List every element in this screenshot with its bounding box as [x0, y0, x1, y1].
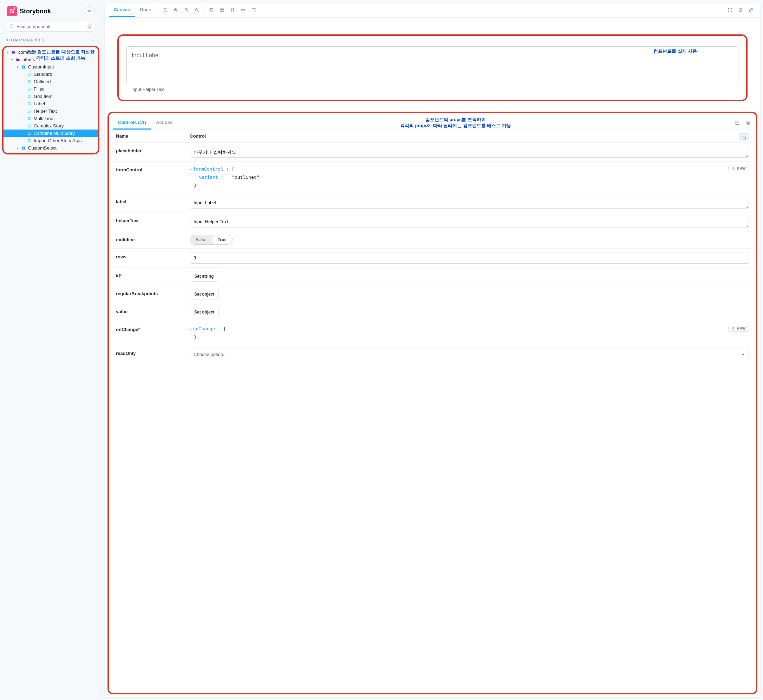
- tree-story-filled[interactable]: Filled: [3, 85, 98, 93]
- label-input[interactable]: Input Label: [190, 197, 749, 209]
- raw-toggle-button[interactable]: RAW: [728, 325, 749, 332]
- svg-rect-24: [222, 11, 224, 12]
- sidebar: S Storybook ••• / COMPONENTS ⌃⌄ 해당 컴포넌트를…: [0, 0, 102, 700]
- zoom-reset-icon[interactable]: [192, 5, 202, 15]
- onchange-object-editor[interactable]: ▾onChange : { }: [190, 325, 226, 341]
- measure-icon[interactable]: [238, 5, 248, 15]
- raw-toggle-button[interactable]: RAW: [728, 165, 749, 172]
- control-row-onchange: onChange* ▾onChange : { } RAW: [110, 321, 755, 345]
- outline-icon[interactable]: [249, 5, 259, 15]
- tree-story-importotherstoryargs[interactable]: Import Other Story Args: [3, 137, 98, 144]
- zoom-in-icon[interactable]: [171, 5, 181, 15]
- header-control: Control: [190, 133, 749, 139]
- canvas-annotation-box: 컴포넌트를 실제 사용 Input Label Input Helper Tex…: [118, 34, 747, 101]
- set-object-button[interactable]: Set object: [190, 289, 219, 300]
- eye-icon: [732, 167, 735, 170]
- tab-controls[interactable]: Controls (11): [113, 116, 151, 130]
- svg-point-38: [733, 328, 734, 329]
- placeholder-input[interactable]: 아무거나 입력하세요: [190, 146, 749, 158]
- control-row-placeholder: placeholder 아무거나 입력하세요: [110, 142, 755, 161]
- tab-actions[interactable]: Actions: [151, 116, 178, 130]
- svg-line-1: [13, 27, 14, 28]
- formcontrol-object-editor[interactable]: ▾formControl : { variant : "outlined" }: [190, 165, 259, 189]
- story-icon: [27, 94, 31, 99]
- canvas-annotation: 컴포넌트를 실제 사용: [653, 48, 697, 55]
- control-row-label: label Input Label: [110, 194, 755, 212]
- expand-collapse-icon[interactable]: ⌃⌄: [89, 38, 94, 42]
- tab-canvas[interactable]: Canvas: [109, 3, 135, 17]
- tab-docs[interactable]: Docs: [135, 3, 156, 17]
- copy-link-icon[interactable]: [746, 5, 756, 15]
- tree-story-helpertext[interactable]: Helper Text: [3, 108, 98, 115]
- svg-rect-9: [24, 148, 25, 150]
- storybook-logo-icon: S: [7, 6, 17, 16]
- sidebar-menu-button[interactable]: •••: [85, 6, 94, 16]
- zoom-out-icon[interactable]: [182, 5, 191, 15]
- background-icon[interactable]: [207, 5, 216, 15]
- svg-point-0: [10, 25, 13, 27]
- tree-story-outlined[interactable]: Outlined: [3, 78, 98, 85]
- open-new-tab-icon[interactable]: [736, 5, 746, 15]
- search-box[interactable]: /: [6, 21, 96, 31]
- control-row-regularbreakpoints: regularBreakpoints Set object: [110, 285, 755, 303]
- readonly-select[interactable]: Choose option...: [190, 348, 749, 360]
- svg-line-15: [187, 11, 188, 12]
- tree-component-customselect[interactable]: ▸ CustomSelect: [3, 144, 98, 152]
- addons-panel: Controls (11) Actions 컴포넌트의 props를 조작하여 …: [105, 112, 760, 697]
- rows-input[interactable]: [190, 252, 749, 264]
- reset-controls-button[interactable]: [739, 133, 749, 141]
- tree-story-complexstory[interactable]: Complex Story: [3, 122, 98, 130]
- tree-story-multiline[interactable]: Multi Line: [3, 115, 98, 122]
- story-icon: [27, 131, 31, 136]
- addons-annotation: 컴포넌트의 props를 조작하여 각각의 props에 따라 달라지는 컴포넌…: [178, 117, 733, 129]
- search-icon: [9, 24, 14, 29]
- svg-rect-5: [24, 67, 25, 69]
- multiline-toggle[interactable]: False True: [190, 235, 233, 245]
- addons-orientation-icon[interactable]: [733, 119, 741, 127]
- story-icon: [27, 116, 31, 121]
- story-icon: [27, 123, 31, 128]
- demo-input[interactable]: Input Label: [127, 46, 738, 84]
- tree-component-custominput[interactable]: ▾ CustomInput: [3, 63, 98, 70]
- controls-header: Name Control: [110, 130, 755, 142]
- sidebar-header: S Storybook •••: [0, 0, 102, 21]
- ellipsis-icon: •••: [88, 9, 92, 14]
- helpertext-input[interactable]: Input Helper Text: [190, 216, 749, 228]
- viewport-icon[interactable]: [228, 5, 238, 15]
- fullscreen-icon[interactable]: [725, 5, 735, 15]
- control-row-rows: rows: [110, 248, 755, 267]
- section-label-components[interactable]: COMPONENTS ⌃⌄: [0, 36, 102, 44]
- svg-line-18: [198, 11, 199, 12]
- svg-rect-7: [24, 146, 25, 148]
- undo-icon: [741, 135, 746, 140]
- addons-close-icon[interactable]: [744, 119, 752, 127]
- control-row-readonly: readOnly Choose option...: [110, 345, 755, 364]
- svg-rect-22: [222, 8, 224, 10]
- tree-story-label[interactable]: Label: [3, 100, 98, 108]
- svg-rect-3: [24, 65, 25, 67]
- logo[interactable]: S Storybook: [7, 6, 51, 16]
- grid-icon[interactable]: [217, 5, 227, 15]
- control-row-multiline: multiline False True: [110, 231, 755, 248]
- tree-story-griditem[interactable]: Grid Item: [3, 93, 98, 100]
- tree-story-standard[interactable]: Standard: [3, 70, 98, 78]
- svg-rect-23: [220, 11, 222, 12]
- toolbar-divider: [204, 6, 204, 14]
- control-row-id: id* Set string: [110, 267, 755, 285]
- refresh-icon[interactable]: [161, 5, 170, 15]
- svg-rect-6: [22, 146, 24, 148]
- story-icon: [27, 72, 31, 77]
- set-string-button[interactable]: Set string: [190, 271, 218, 281]
- svg-rect-4: [22, 67, 24, 69]
- eye-icon: [732, 327, 735, 330]
- header-name: Name: [116, 133, 190, 139]
- control-row-value: value Set object: [110, 303, 755, 321]
- search-input[interactable]: [17, 24, 88, 29]
- set-object-button[interactable]: Set object: [190, 307, 219, 317]
- tree-story-combinemultistory[interactable]: Combine Mulit Story: [3, 130, 98, 137]
- caret-down-icon: ▾: [17, 65, 20, 69]
- story-icon: [27, 102, 31, 106]
- svg-point-17: [195, 8, 198, 11]
- folder-icon: [16, 57, 20, 62]
- caret-right-icon: ▸: [17, 146, 20, 150]
